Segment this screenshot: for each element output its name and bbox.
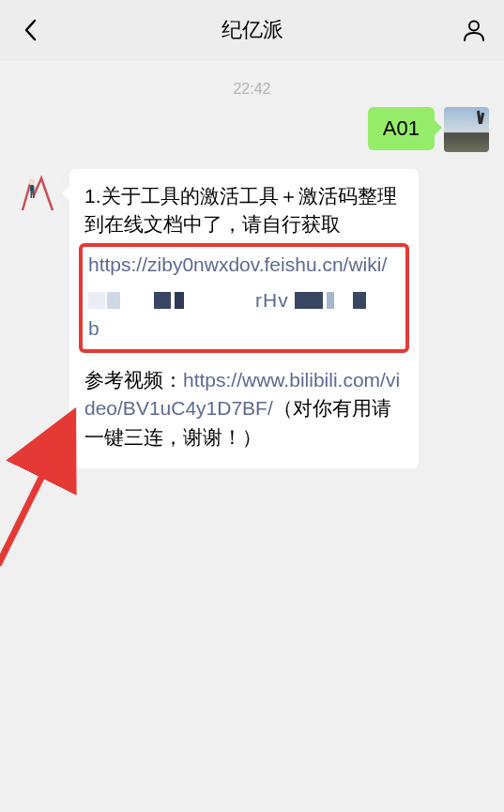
highlighted-link-box: https://ziby0nwxdov.feishu.cn/wiki/ rHv …	[79, 243, 409, 353]
back-button[interactable]	[15, 15, 45, 45]
highlighted-url[interactable]: https://ziby0nwxdov.feishu.cn/wiki/	[88, 253, 387, 275]
visible-fragment-b: b	[88, 317, 100, 339]
incoming-message-line1: 1.关于工具的激活工具＋激活码整理到在线文档中了，请自行获取	[84, 185, 397, 235]
redacted-text-row-1: rHv	[88, 288, 400, 313]
svg-point-0	[469, 21, 479, 30]
contact-avatar[interactable]	[15, 169, 60, 214]
outgoing-message-row: A01	[15, 107, 489, 152]
reference-label: 参考视频：	[84, 369, 183, 391]
chevron-left-icon	[23, 19, 37, 41]
incoming-message-bubble[interactable]: 1.关于工具的激活工具＋激活码整理到在线文档中了，请自行获取 https://z…	[69, 169, 419, 468]
person-icon	[462, 18, 486, 42]
chat-title: 纪亿派	[221, 16, 283, 44]
outgoing-message-text: A01	[383, 116, 420, 140]
incoming-message-row: 1.关于工具的激活工具＋激活码整理到在线文档中了，请自行获取 https://z…	[15, 169, 489, 468]
svg-rect-3	[30, 185, 35, 192]
message-timestamp: 22:42	[15, 81, 489, 98]
contact-profile-button[interactable]	[459, 15, 489, 45]
svg-rect-1	[15, 169, 60, 214]
visible-fragment-rhv: rHv	[255, 286, 289, 314]
chat-header: 纪亿派	[0, 0, 504, 60]
chat-area: 22:42 A01 1.关于工具的激活工具＋激活码整理到在线文档中了，请自行获取…	[0, 81, 504, 468]
outgoing-message-bubble[interactable]: A01	[368, 107, 435, 150]
svg-point-2	[29, 179, 35, 185]
svg-rect-5	[33, 192, 35, 198]
my-avatar[interactable]	[444, 107, 489, 152]
svg-rect-4	[31, 192, 33, 198]
